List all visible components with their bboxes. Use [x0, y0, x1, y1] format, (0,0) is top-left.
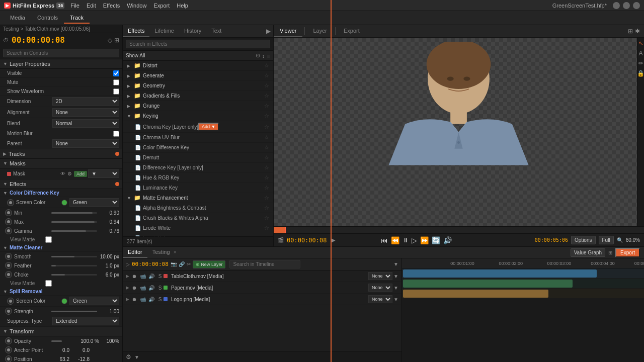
track2-audio[interactable]: 🔊	[148, 285, 155, 291]
track2-enable[interactable]: ⏺	[131, 285, 138, 291]
tl-filter-icon[interactable]: ▼	[393, 261, 398, 267]
spill-screen-color-circle[interactable]	[7, 298, 14, 305]
effect-diff-key[interactable]: 📄 Difference Key [Layer only] ☆	[123, 163, 273, 173]
menu-export[interactable]: Export	[153, 3, 170, 9]
tab-effects[interactable]: Effects	[123, 25, 149, 37]
chroma-key-star[interactable]: ☆	[264, 124, 269, 130]
track1-blend-select[interactable]: None	[368, 272, 392, 280]
mask-eye-icon[interactable]: 👁	[60, 171, 65, 176]
matte-star[interactable]: ☆	[264, 195, 269, 201]
viewer-tab-viewer[interactable]: Viewer	[274, 25, 302, 37]
menu-window[interactable]: Window	[127, 3, 146, 9]
masks-header[interactable]: ▼ Masks	[0, 159, 122, 168]
minimize-button[interactable]	[613, 2, 620, 9]
step-back-button[interactable]: ⏪	[391, 236, 399, 244]
track2-blend-select[interactable]: None	[368, 284, 392, 292]
menu-help[interactable]: Help	[177, 3, 188, 9]
spill-screen-color-swatch[interactable]	[61, 298, 67, 304]
tl-camera-icon[interactable]: 📷	[171, 261, 177, 267]
opacity-slider[interactable]	[51, 340, 62, 342]
track3-enable[interactable]: ⏺	[131, 297, 138, 302]
track3-arrow[interactable]: ▶	[126, 297, 129, 302]
value-graph-button[interactable]: Value Graph	[571, 248, 605, 257]
effect-crush[interactable]: 📄 Crush Blacks & Whites Alpha ☆	[123, 213, 273, 223]
tl-clip-2[interactable]	[403, 280, 573, 288]
transform-header[interactable]: ▼ Transform	[0, 327, 122, 336]
min-circle[interactable]	[5, 209, 12, 216]
show-waveform-checkbox[interactable]	[113, 88, 119, 95]
keying-star[interactable]: ☆	[264, 113, 269, 119]
tab-controls[interactable]: Controls	[31, 13, 64, 24]
new-layer-button[interactable]: ⊕ New Layer	[193, 260, 226, 268]
feather-slider[interactable]	[51, 265, 97, 266]
chroma-uv-star[interactable]: ☆	[264, 134, 269, 141]
spill-screen-color-select[interactable]: Green	[69, 297, 119, 305]
effects-expand-icon[interactable]: ▶	[264, 25, 273, 37]
viewer-tab-export[interactable]: Export	[338, 25, 366, 37]
erode-star[interactable]: ☆	[264, 225, 269, 231]
effect-alpha-bc[interactable]: 📄 Alpha Brightness & Contrast ☆	[123, 203, 273, 213]
track3-solo[interactable]: S	[156, 297, 164, 302]
category-geometry[interactable]: ▶ 📁 Geometry ☆	[123, 81, 273, 91]
opacity-circle[interactable]	[5, 337, 12, 344]
tab-lifetime[interactable]: Lifetime	[149, 25, 179, 37]
category-matte[interactable]: ▼ 📁 Matte Enhancement ☆	[123, 193, 273, 203]
timeline-bottom-icon[interactable]: ▼	[134, 354, 139, 360]
viewer-icon-2[interactable]: ✱	[635, 28, 640, 35]
parent-select[interactable]: None	[52, 139, 119, 148]
view-matte-checkbox-1[interactable]	[45, 236, 52, 243]
tab-editor[interactable]: Editor	[123, 247, 147, 258]
gradients-star[interactable]: ☆	[264, 93, 269, 99]
track3-audio[interactable]: 🔊	[148, 297, 155, 302]
visible-checkbox[interactable]	[113, 70, 119, 76]
tl-link-icon[interactable]: 🔗	[179, 261, 185, 267]
play-forward-button[interactable]: ▷	[412, 236, 417, 244]
viewer-icon-1[interactable]: ⊞	[628, 28, 633, 35]
loop-button[interactable]: 🔄	[432, 236, 440, 244]
tl-scissors-icon[interactable]: ✂	[187, 261, 191, 267]
sort-icon[interactable]: ↕	[262, 53, 265, 59]
category-grunge[interactable]: ▶ 📁 Grunge ☆	[123, 101, 273, 111]
diff-key-star[interactable]: ☆	[264, 164, 269, 171]
alignment-select[interactable]: None	[52, 108, 119, 117]
options-button[interactable]: Options	[571, 236, 595, 244]
track2-solo[interactable]: S	[156, 285, 164, 291]
tl-playback-icon[interactable]: ▷	[126, 261, 130, 267]
effect-demutt[interactable]: 📄 Demutt ☆	[123, 153, 273, 163]
viewer-scrubbar[interactable]	[274, 226, 644, 233]
tab-history[interactable]: History	[179, 25, 206, 37]
filter-icon[interactable]: ⊙	[256, 52, 260, 59]
screen-color-select[interactable]: Green Blue	[69, 198, 119, 207]
screen-color-circle[interactable]	[7, 199, 14, 206]
demutt-star[interactable]: ☆	[264, 154, 269, 161]
strength-slider[interactable]	[51, 311, 97, 312]
mask-type-select[interactable]: ▼	[88, 169, 119, 178]
tl-search-input[interactable]	[229, 260, 300, 268]
pause-button[interactable]: ⏸	[403, 237, 409, 244]
max-slider[interactable]	[51, 221, 97, 223]
close-button[interactable]	[633, 2, 640, 9]
keyframe-icon[interactable]: ◇	[108, 37, 112, 44]
mask-settings-icon[interactable]: ⚙	[67, 171, 72, 176]
track3-blend-select[interactable]: None	[368, 295, 392, 303]
min-slider[interactable]	[51, 212, 97, 214]
testing-tab-close[interactable]: ×	[174, 249, 177, 255]
luminance-star[interactable]: ☆	[264, 185, 269, 191]
tab-text[interactable]: Text	[206, 25, 226, 37]
list-icon[interactable]: ≡	[267, 53, 270, 59]
track1-audio[interactable]: 🔊	[148, 274, 155, 279]
hue-rgb-star[interactable]: ☆	[264, 174, 269, 181]
track1-solo[interactable]: S	[156, 274, 164, 279]
layer-properties-header[interactable]: ▼ Layer Properties	[0, 59, 122, 69]
alpha-bc-star[interactable]: ☆	[264, 205, 269, 211]
tl-clip-1[interactable]	[403, 269, 597, 278]
viewer-tab-layer[interactable]: Layer	[307, 25, 333, 37]
tab-track[interactable]: Track	[64, 13, 90, 24]
max-circle[interactable]	[5, 218, 12, 225]
spill-removal-header[interactable]: ▼ Spill Removal	[0, 288, 122, 296]
menu-edit[interactable]: Edit	[87, 3, 96, 9]
settings-icon[interactable]: ⚙	[126, 353, 131, 360]
effect-hue-rgb[interactable]: 📄 Hue & RGB Key ☆	[123, 173, 273, 183]
gamma-slider[interactable]	[51, 230, 97, 232]
geometry-star[interactable]: ☆	[264, 82, 269, 89]
